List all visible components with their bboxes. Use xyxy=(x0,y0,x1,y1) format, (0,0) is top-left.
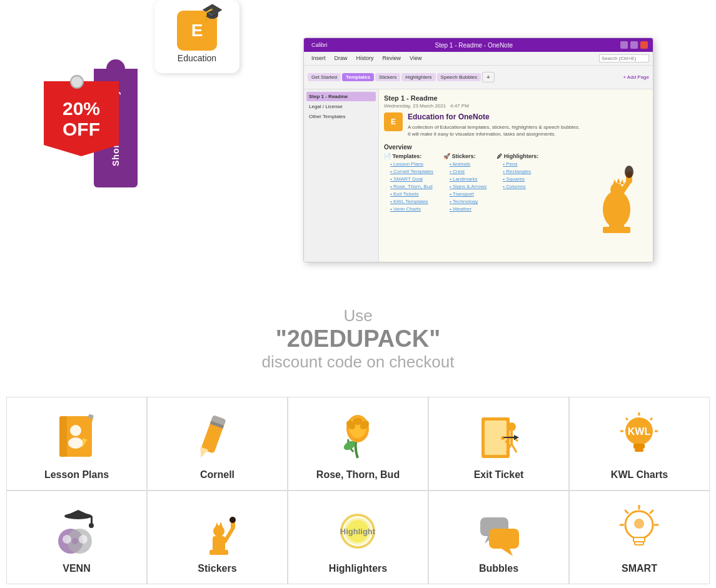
top-section: E 🎓 Education 20% OFF Short Time Only Ca… xyxy=(0,0,716,287)
edu-badge-icon: E 🎓 xyxy=(177,11,217,51)
sidebar-readme[interactable]: Step 1 - Readme xyxy=(306,92,376,101)
highlight-item-2: Rectangles xyxy=(497,168,538,176)
toolbar-get-started[interactable]: Get Started xyxy=(308,73,341,81)
onenote-title: Step 1 - Readme - OneNote xyxy=(328,42,620,49)
grid-item-exit[interactable]: Exit Ticket xyxy=(428,397,569,491)
svg-marker-5 xyxy=(613,179,617,184)
svg-rect-74 xyxy=(635,542,643,545)
kwl-label: KWL Charts xyxy=(611,469,668,481)
grid-item-highlighters[interactable]: Highlight Highlighters xyxy=(288,491,428,584)
sticker-item-6: Technology xyxy=(443,198,487,206)
venn-label: VENN xyxy=(63,563,90,574)
sticker-illustration xyxy=(585,153,648,234)
toolbar-add[interactable]: + xyxy=(482,72,495,82)
toolbar-stickers[interactable]: Stickers xyxy=(375,73,400,81)
toolbar-speech-bubbles[interactable]: Speech Bubbles xyxy=(437,73,481,81)
svg-text:Highlight: Highlight xyxy=(340,527,376,536)
red-discount-tag: 20% OFF xyxy=(44,81,119,156)
toolbar-templates[interactable]: Templates xyxy=(342,73,374,81)
svg-rect-9 xyxy=(609,219,615,231)
svg-text:KWL: KWL xyxy=(628,426,651,437)
grid-item-lesson-plans[interactable]: Lesson Plans xyxy=(6,397,147,491)
sidebar-other[interactable]: Other Templates xyxy=(306,112,376,121)
overview-label: Overview xyxy=(384,144,648,151)
search-input[interactable] xyxy=(599,54,649,62)
svg-marker-60 xyxy=(219,522,223,527)
grid-item-rose[interactable]: Rose, Thorn, Bud xyxy=(288,397,428,491)
toolbar-highlighters[interactable]: Highlighters xyxy=(401,73,435,81)
venn-icon xyxy=(52,505,102,558)
svg-rect-12 xyxy=(59,416,67,457)
tab-insert[interactable]: Insert xyxy=(308,54,330,62)
sticker-item-4: Signs & Arrows xyxy=(443,183,487,191)
onenote-sidebar: Step 1 - Readme Legal / License Other Te… xyxy=(304,89,379,262)
grid-item-kwl[interactable]: KWL KWL Charts xyxy=(569,397,710,491)
ribbon-tabs: Insert Draw History Review View xyxy=(304,52,653,66)
svg-marker-7 xyxy=(620,179,624,184)
onenote-body: Step 1 - Readme Legal / License Other Te… xyxy=(304,89,653,262)
exit-label: Exit Ticket xyxy=(474,469,524,481)
svg-marker-71 xyxy=(502,549,513,556)
cornell-label: Cornell xyxy=(200,469,234,481)
promo-code-text: "20EDUPACK" xyxy=(0,326,716,352)
svg-point-55 xyxy=(79,535,88,544)
tab-review[interactable]: Review xyxy=(379,54,405,62)
grid-item-venn[interactable]: VENN xyxy=(6,491,147,584)
sidebar-legal[interactable]: Legal / License xyxy=(306,102,376,111)
template-item-1: Lesson Plans xyxy=(384,161,433,168)
sticker-item-2: Crest xyxy=(443,168,487,176)
svg-rect-57 xyxy=(213,536,225,552)
sticker-item-5: Transport xyxy=(443,191,487,198)
svg-marker-59 xyxy=(215,522,219,527)
highlighters-label: Highlighters xyxy=(329,563,387,574)
calibri-label: Calibri xyxy=(309,42,328,48)
grid-item-stickers[interactable]: Stickers xyxy=(147,491,288,584)
svg-line-77 xyxy=(650,511,653,513)
tab-view[interactable]: View xyxy=(406,54,425,62)
template-item-2: Cornell Templates xyxy=(384,168,433,176)
content-desc: A collection of Educational templates, s… xyxy=(408,124,580,137)
cornell-icon xyxy=(193,411,243,464)
grid-item-smart[interactable]: SMART xyxy=(569,491,710,584)
svg-point-53 xyxy=(72,538,78,544)
page-date: Wednesday, 23 March 2021 4:47 PM xyxy=(384,103,648,109)
onenote-titlebar: Calibri Step 1 - Readme - OneNote xyxy=(304,38,653,52)
lesson-plans-icon xyxy=(52,411,102,464)
badge-letter: E xyxy=(191,21,203,41)
tab-history[interactable]: History xyxy=(353,54,378,62)
highlight-item-1: Pens xyxy=(497,161,538,168)
grid-item-bubbles[interactable]: Bubbles xyxy=(428,491,569,584)
stickers-label: Stickers xyxy=(198,563,236,574)
highlighters-icon: Highlight xyxy=(333,505,383,558)
svg-point-4 xyxy=(610,183,623,196)
bubbles-label: Bubbles xyxy=(479,563,518,574)
highlight-item-4: Columns xyxy=(497,183,538,191)
page-title: Step 1 - Readme xyxy=(384,94,648,102)
rose-icon xyxy=(333,411,383,464)
svg-rect-39 xyxy=(633,444,645,449)
template-item-5: Exit Tickets xyxy=(384,191,433,198)
close-btn xyxy=(640,41,648,49)
svg-rect-40 xyxy=(635,449,643,452)
content-heading: Education for OneNote xyxy=(408,112,580,121)
kwl-icon: KWL xyxy=(615,411,665,464)
tab-draw[interactable]: Draw xyxy=(331,54,351,62)
titlebar-controls xyxy=(620,41,648,49)
svg-point-50 xyxy=(89,523,94,528)
svg-point-58 xyxy=(213,526,224,537)
svg-line-45 xyxy=(626,418,628,420)
minimize-btn xyxy=(620,41,628,49)
svg-rect-8 xyxy=(603,227,630,233)
add-page-btn[interactable]: + Add Page xyxy=(623,74,649,80)
sticker-item-7: Weather xyxy=(443,206,487,213)
svg-marker-6 xyxy=(617,178,620,183)
grid-item-cornell[interactable]: Cornell xyxy=(147,397,288,491)
svg-marker-48 xyxy=(64,510,92,516)
onenote-screenshot: Calibri Step 1 - Readme - OneNote Insert… xyxy=(303,37,653,262)
template-item-6: KWL Templates xyxy=(384,198,433,206)
smart-label: SMART xyxy=(622,563,657,574)
template-item-7: Venn Charts xyxy=(384,206,433,213)
grid-section: Lesson Plans Cornell xyxy=(0,397,716,584)
maximize-btn xyxy=(630,41,638,49)
svg-point-75 xyxy=(634,519,644,529)
